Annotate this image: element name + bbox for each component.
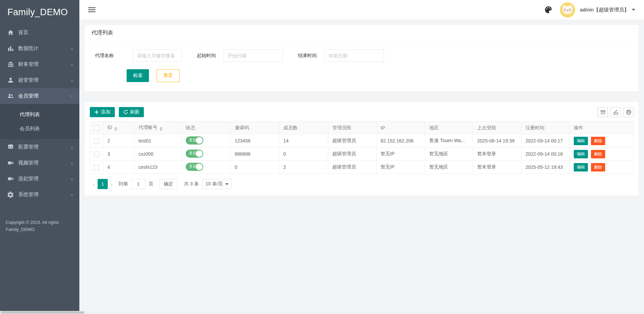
row-checkbox[interactable]	[94, 152, 99, 157]
total-count-label: 共 3 条	[184, 181, 199, 187]
field-agent-name: 代理名称	[95, 49, 182, 62]
table-row: 3 cxz000 开启 886886 0 超级管理员 暂无IP 暂无地区 暂未登…	[90, 148, 634, 161]
cell-members: 14	[279, 134, 328, 148]
edit-button[interactable]: 编辑	[574, 137, 588, 145]
page-jump-input[interactable]	[131, 179, 146, 189]
cell-reg-time: 2022-09-14 00:17	[521, 134, 570, 148]
confirm-page-button[interactable]: 确定	[159, 179, 178, 189]
prev-page-icon[interactable]: ‹	[90, 181, 98, 187]
status-toggle[interactable]: 开启	[186, 163, 203, 171]
refresh-icon	[123, 110, 128, 114]
column-status: 状态	[182, 122, 231, 134]
print-icon[interactable]	[623, 107, 634, 117]
sidebar-item-finance[interactable]: 财务管理 ›	[0, 56, 79, 72]
refresh-button[interactable]: 刷新	[119, 107, 144, 117]
column-admin-group: 管理员组	[328, 122, 377, 134]
submenu-members: 代理列表 会员列表	[0, 104, 79, 139]
select-all-checkbox[interactable]	[94, 125, 99, 131]
next-page-icon[interactable]: ›	[108, 181, 115, 187]
column-invite-code: 邀请码	[231, 122, 279, 134]
reset-button[interactable]: 重置	[157, 69, 180, 82]
table-row: 4 ceshi123 开启 0 2 超级管理员 暂无IP 暂无地区 暂未登录 2…	[90, 161, 634, 174]
chevron-right-icon: ›	[71, 160, 73, 166]
user-icon	[7, 77, 14, 83]
table-row: 2 test01 开启 123456 14 超级管理员 82.152.162.2…	[90, 134, 634, 148]
refresh-button-label: 刷新	[130, 109, 139, 115]
menu-toggle-icon[interactable]	[88, 7, 96, 12]
cell-ip: 暂无IP	[377, 161, 425, 174]
column-actions: 操作	[570, 122, 634, 134]
delete-button[interactable]: 删除	[591, 163, 605, 172]
add-button[interactable]: 添加	[90, 107, 115, 117]
sidebar-item-concubine[interactable]: 选妃管理 ›	[0, 171, 79, 187]
bar-chart-icon	[7, 45, 14, 52]
status-toggle[interactable]: 开启	[186, 136, 203, 145]
sidebar-item-label: 财务管理	[18, 61, 71, 68]
column-ip: IP	[377, 122, 425, 134]
edit-button[interactable]: 编辑	[574, 163, 588, 172]
table-header-row: ID 代理账号 状态 邀请码 成员数 管理员组 IP 地区 上次登陆 注册时间 …	[90, 122, 634, 134]
cell-reg-time: 2025-05-12 19:43	[521, 161, 570, 174]
sidebar-item-video[interactable]: 视频管理 ›	[0, 155, 79, 171]
search-card: 代理列表 代理名称 起始时间 结束时间	[85, 25, 639, 91]
cell-last-login: 暂未登录	[473, 148, 521, 161]
chevron-right-icon: ›	[71, 192, 73, 198]
columns-filter-icon[interactable]	[598, 107, 608, 117]
copyright: Copyright © 2023. All rights Family_DEMO…	[0, 219, 79, 233]
export-icon[interactable]	[611, 107, 621, 117]
column-reg-time: 注册时间	[521, 122, 570, 134]
theme-palette-icon[interactable]	[544, 6, 552, 14]
sidebar-item-members[interactable]: 会员管理 ›	[0, 88, 79, 104]
sidebar-item-lottery[interactable]: 彩票管理 ›	[0, 139, 79, 155]
sidebar-item-superadmin[interactable]: 超管管理 ›	[0, 72, 79, 88]
cell-account: cxz000	[134, 148, 182, 161]
cell-id: 4	[103, 161, 134, 174]
agents-table: ID 代理账号 状态 邀请码 成员数 管理员组 IP 地区 上次登陆 注册时间 …	[90, 121, 634, 174]
cell-account: test01	[134, 134, 182, 148]
edit-button[interactable]: 编辑	[574, 150, 588, 158]
end-date-input[interactable]	[324, 49, 384, 62]
column-last-login: 上次登陆	[473, 122, 521, 134]
per-page-label: 10 条/页	[206, 181, 223, 187]
cell-last-login: 2025-06-14 19:39	[473, 134, 521, 148]
sort-icon[interactable]	[114, 127, 117, 131]
delete-button[interactable]: 删除	[591, 150, 605, 158]
sidebar-item-home[interactable]: 首页	[0, 25, 79, 41]
copyright-line2: Family_DEMO.	[6, 226, 79, 233]
cell-admin-group: 超级管理员	[328, 148, 377, 161]
cell-ip: 82.152.162.206	[377, 134, 425, 148]
cell-invite-code: 123456	[231, 134, 279, 148]
column-id[interactable]: ID	[103, 122, 134, 134]
cell-admin-group: 超级管理员	[328, 134, 377, 148]
chevron-right-icon: ›	[71, 61, 73, 68]
gamepad-icon	[7, 144, 14, 150]
column-account[interactable]: 代理账号	[134, 122, 182, 134]
delete-button[interactable]: 删除	[591, 137, 605, 145]
sidebar-item-system[interactable]: 系统管理 ›	[0, 187, 79, 203]
cell-admin-group: 超级管理员	[328, 161, 377, 174]
jump-prefix-label: 到第	[119, 181, 128, 187]
horizontal-scrollbar[interactable]	[0, 311, 644, 314]
per-page-select[interactable]: 10 条/页	[202, 179, 232, 189]
row-checkbox[interactable]	[94, 138, 99, 144]
user-menu[interactable]: admin【超级管理员】	[580, 7, 635, 13]
field-label: 结束时间	[298, 53, 317, 59]
row-checkbox[interactable]	[94, 165, 99, 170]
caret-down-icon	[632, 9, 635, 11]
sidebar-subitem-member-list[interactable]: 会员列表	[0, 122, 79, 136]
sidebar-subitem-agent-list[interactable]: 代理列表	[0, 107, 79, 122]
start-date-input[interactable]	[223, 49, 283, 62]
sort-icon[interactable]	[160, 127, 162, 131]
status-toggle[interactable]: 开启	[186, 150, 203, 158]
scrollbar-thumb[interactable]	[1, 311, 84, 314]
sidebar-item-label: 首页	[18, 29, 73, 36]
sidebar-item-label: 数据统计	[18, 45, 71, 52]
page-number-current[interactable]: 1	[98, 179, 108, 189]
cell-last-login: 暂未登录	[473, 161, 521, 174]
search-button[interactable]: 检索	[127, 69, 149, 82]
user-avatar[interactable]	[560, 2, 575, 18]
agent-name-input[interactable]	[133, 49, 182, 62]
sidebar-item-statistics[interactable]: 数据统计 ›	[0, 41, 79, 56]
cell-region: 暂无地区	[425, 148, 473, 161]
toggle-knob	[196, 137, 203, 144]
